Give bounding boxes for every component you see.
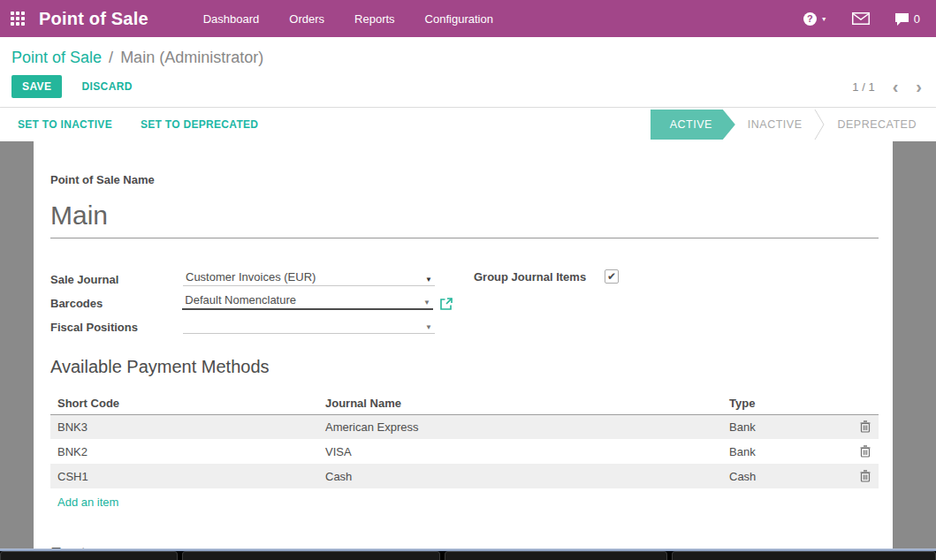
trash-icon	[860, 470, 871, 482]
group-journal-items-checkbox[interactable]: ✔	[605, 269, 619, 284]
state-widget: ACTIVE INACTIVE DEPRECATED	[651, 108, 936, 141]
pager-next-icon[interactable]: ›	[916, 80, 922, 93]
control-panel: Point of Sale / Main (Administrator) SAV…	[0, 37, 936, 108]
chat-bubble-icon	[894, 12, 909, 26]
help-icon: ?	[803, 12, 817, 26]
trash-icon	[860, 420, 871, 433]
col-header-journal-name: Journal Name	[318, 392, 722, 415]
cell-journal-name[interactable]: American Express	[318, 414, 722, 439]
menu-configuration[interactable]: Configuration	[425, 12, 493, 26]
barcodes-label: Barcodes	[50, 297, 182, 310]
fiscal-positions-label: Fiscal Positions	[50, 321, 183, 334]
menu-orders[interactable]: Orders	[289, 12, 324, 26]
cell-journal-name[interactable]: Cash	[318, 464, 722, 488]
col-header-short-code: Short Code	[50, 392, 318, 415]
trash-icon	[860, 445, 871, 458]
fiscal-positions-row: Fiscal Positions ▼	[50, 318, 453, 334]
set-to-inactive-button[interactable]: SET TO INACTIVE	[18, 118, 112, 131]
add-an-item-link[interactable]: Add an item	[50, 496, 879, 509]
taskbar-window-button[interactable]	[0, 551, 178, 560]
chevron-down-icon: ▼	[821, 16, 827, 22]
content-area: Point of Sale Name Main Sale Journal Cus…	[0, 141, 936, 560]
taskbar-window-button[interactable]	[445, 551, 667, 560]
help-menu[interactable]: ? ▼	[803, 12, 827, 26]
external-link-icon	[440, 298, 453, 310]
app-title: Point of Sale	[39, 9, 148, 29]
barcodes-value: Default Nomenclature	[185, 293, 296, 306]
cell-type[interactable]: Bank	[722, 439, 852, 464]
col-header-type: Type	[722, 392, 852, 415]
delete-row-button[interactable]	[859, 420, 871, 433]
state-active[interactable]: ACTIVE	[651, 110, 735, 140]
checkmark-icon: ✔	[607, 270, 616, 283]
set-to-deprecated-button[interactable]: SET TO DEPRECATED	[141, 118, 258, 131]
pager-previous-icon[interactable]: ‹	[893, 80, 899, 93]
sale-journal-select[interactable]: Customer Invoices (EUR) ▼	[183, 270, 435, 286]
table-header-row: Short Code Journal Name Type	[50, 392, 879, 415]
messages-count: 0	[914, 12, 920, 26]
cell-journal-name[interactable]: VISA	[318, 439, 722, 464]
navbar-right: ? ▼ 0	[803, 12, 920, 26]
cell-short-code[interactable]: BNK2	[50, 439, 318, 464]
dropdown-caret-icon: ▼	[423, 299, 430, 306]
group-journal-items-label: Group Journal Items	[474, 270, 605, 284]
menu-dashboard[interactable]: Dashboard	[203, 12, 260, 26]
breadcrumb-separator: /	[109, 49, 113, 66]
os-taskbar	[0, 549, 936, 560]
cell-type[interactable]: Bank	[722, 414, 852, 439]
pos-name-label: Point of Sale Name	[50, 173, 879, 186]
sale-journal-value: Customer Invoices (EUR)	[186, 270, 316, 284]
cell-type[interactable]: Cash	[722, 464, 852, 488]
state-inactive[interactable]: INACTIVE	[735, 108, 815, 141]
envelope-icon	[852, 12, 870, 25]
table-row[interactable]: CSH1 Cash Cash	[50, 464, 879, 488]
discard-button[interactable]: DISCARD	[76, 79, 137, 94]
sale-journal-label: Sale Journal	[50, 273, 183, 286]
breadcrumb: Point of Sale / Main (Administrator)	[11, 48, 922, 67]
payment-methods-title: Available Payment Methods	[50, 356, 879, 377]
form-sheet: Point of Sale Name Main Sale Journal Cus…	[34, 141, 893, 560]
table-row[interactable]: BNK3 American Express Bank	[50, 414, 879, 439]
barcodes-row: Barcodes Default Nomenclature ▼	[50, 294, 453, 310]
taskbar-window-button[interactable]	[672, 551, 936, 560]
menu-reports[interactable]: Reports	[354, 12, 395, 26]
cell-short-code[interactable]: BNK3	[50, 414, 318, 439]
state-deprecated[interactable]: DEPRECATED	[825, 108, 929, 141]
breadcrumb-parent[interactable]: Point of Sale	[11, 49, 102, 66]
right-field-column: Group Journal Items ✔	[474, 270, 619, 342]
left-field-column: Sale Journal Customer Invoices (EUR) ▼ B…	[50, 270, 453, 342]
state-separator-icon	[814, 110, 825, 140]
breadcrumb-current: Main (Administrator)	[120, 49, 263, 66]
external-link-button[interactable]	[440, 298, 453, 310]
delete-row-button[interactable]	[859, 470, 871, 482]
payment-methods-table: Short Code Journal Name Type BNK3 Americ…	[50, 392, 879, 489]
dropdown-caret-icon: ▼	[425, 323, 432, 331]
messages-button[interactable]	[852, 12, 870, 25]
sale-journal-row: Sale Journal Customer Invoices (EUR) ▼	[50, 270, 453, 286]
delete-row-button[interactable]	[859, 445, 871, 458]
pager-value: 1 / 1	[852, 80, 874, 94]
table-row[interactable]: BNK2 VISA Bank	[50, 439, 879, 464]
pos-name-input[interactable]: Main	[50, 201, 879, 238]
navbar-menu: Dashboard Orders Reports Configuration	[203, 12, 493, 26]
statusbar: SET TO INACTIVE SET TO DEPRECATED ACTIVE…	[0, 108, 936, 141]
pager: 1 / 1 ‹ ›	[852, 80, 922, 94]
select-caret-icon: ▼	[425, 276, 432, 284]
taskbar-window-button[interactable]	[182, 551, 440, 560]
barcodes-input[interactable]: Default Nomenclature ▼	[182, 293, 433, 310]
discuss-button[interactable]: 0	[894, 12, 920, 26]
fiscal-positions-input[interactable]: ▼	[183, 323, 435, 334]
save-button[interactable]: SAVE	[11, 75, 62, 98]
cell-short-code[interactable]: CSH1	[50, 464, 318, 488]
apps-grid-icon[interactable]	[11, 11, 26, 26]
top-navbar: Point of Sale Dashboard Orders Reports C…	[0, 0, 936, 37]
